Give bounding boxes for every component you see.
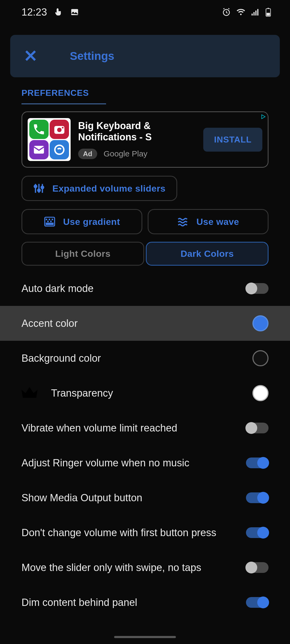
signal-icon: [251, 8, 260, 17]
tabs: PREFERENCES: [21, 88, 269, 104]
pref-transparency[interactable]: Transparency: [0, 376, 290, 411]
pref-background-label: Background color: [21, 353, 101, 364]
battery-icon: [265, 8, 271, 17]
svg-point-11: [57, 128, 62, 132]
svg-rect-22: [47, 221, 49, 222]
pref-accent-color[interactable]: Accent color: [0, 306, 290, 341]
page-title: Settings: [70, 50, 114, 63]
header-card: ✕ Settings: [10, 35, 280, 77]
image-icon: [70, 8, 79, 17]
crown-icon: [21, 387, 38, 399]
pref-adjust-ringer-label: Adjust Ringer volume when no music: [21, 457, 189, 469]
ad-info-icon[interactable]: [259, 112, 268, 121]
install-button[interactable]: INSTALL: [203, 128, 262, 152]
switch-show-media[interactable]: [246, 492, 269, 503]
svg-point-17: [41, 186, 44, 189]
expanded-sliders-label: Expanded volume sliders: [52, 183, 166, 194]
pref-swipe-only-label: Move the slider only with swipe, no taps: [21, 562, 201, 573]
pref-vibrate-label: Vibrate when volume limit reached: [21, 422, 177, 434]
ad-banner[interactable]: Big Keyboard & Notifications - S Ad Goog…: [21, 111, 269, 168]
pref-dim-content[interactable]: Dim content behind panel: [0, 585, 290, 620]
ad-title: Big Keyboard & Notifications - S: [78, 120, 196, 143]
use-gradient-label: Use gradient: [63, 217, 120, 227]
wave-icon: [177, 216, 189, 228]
seg-light-colors[interactable]: Light Colors: [21, 242, 144, 266]
svg-rect-4: [255, 10, 256, 15]
svg-point-15: [34, 185, 37, 188]
svg-point-12: [62, 127, 63, 129]
svg-rect-5: [257, 9, 258, 16]
svg-rect-8: [267, 13, 270, 16]
svg-point-14: [55, 145, 64, 154]
svg-rect-23: [50, 221, 52, 222]
svg-point-16: [38, 189, 40, 192]
svg-rect-21: [52, 219, 53, 220]
color-mode-segment: Light Colors Dark Colors: [21, 242, 269, 266]
background-color-swatch[interactable]: [252, 350, 269, 366]
status-bar: 12:23: [0, 0, 290, 24]
svg-rect-20: [49, 219, 50, 220]
alarm-icon: [222, 8, 231, 17]
pref-auto-dark-label: Auto dark mode: [21, 283, 93, 294]
pref-auto-dark[interactable]: Auto dark mode: [0, 271, 290, 306]
svg-rect-3: [253, 12, 255, 16]
close-icon[interactable]: ✕: [24, 48, 38, 64]
switch-swipe-only[interactable]: [246, 562, 269, 573]
touch-icon: [54, 8, 63, 17]
switch-dim-content[interactable]: [246, 597, 269, 608]
ad-badge: Ad: [78, 149, 97, 159]
accent-color-swatch[interactable]: [252, 315, 269, 331]
clock: 12:23: [21, 6, 47, 18]
tab-preferences[interactable]: PREFERENCES: [21, 88, 106, 104]
pref-adjust-ringer[interactable]: Adjust Ringer volume when no music: [0, 445, 290, 480]
use-wave-button[interactable]: Use wave: [148, 209, 269, 234]
use-gradient-button[interactable]: Use gradient: [21, 209, 142, 234]
svg-rect-7: [267, 8, 269, 9]
pref-vibrate-limit[interactable]: Vibrate when volume limit reached: [0, 411, 290, 445]
use-wave-label: Use wave: [197, 217, 239, 227]
svg-rect-2: [252, 14, 253, 16]
pref-transparency-label: Transparency: [51, 387, 113, 399]
wifi-icon: [236, 8, 245, 17]
ad-app-icon: [28, 118, 71, 161]
pref-show-media-label: Show Media Output button: [21, 492, 142, 504]
sliders-icon: [33, 182, 45, 194]
seg-dark-colors[interactable]: Dark Colors: [146, 242, 269, 266]
ad-source: Google Play: [104, 149, 147, 158]
nav-handle[interactable]: [114, 636, 176, 638]
pref-accent-label: Accent color: [21, 318, 78, 329]
expanded-sliders-button[interactable]: Expanded volume sliders: [21, 176, 177, 201]
pref-no-change-first[interactable]: Don't change volume with first button pr…: [0, 515, 290, 550]
pref-background-color[interactable]: Background color: [0, 341, 290, 376]
switch-no-change-first[interactable]: [246, 527, 269, 538]
pref-swipe-only[interactable]: Move the slider only with swipe, no taps: [0, 550, 290, 585]
switch-vibrate-limit[interactable]: [246, 423, 269, 433]
svg-rect-24: [46, 223, 53, 225]
switch-adjust-ringer[interactable]: [246, 458, 269, 468]
pref-no-change-first-label: Don't change volume with first button pr…: [21, 527, 216, 539]
switch-auto-dark[interactable]: [246, 283, 269, 294]
svg-rect-19: [46, 219, 47, 220]
pref-show-media[interactable]: Show Media Output button: [0, 480, 290, 515]
gradient-icon: [44, 216, 56, 228]
transparency-swatch[interactable]: [252, 385, 269, 401]
pref-dim-content-label: Dim content behind panel: [21, 597, 137, 608]
svg-marker-9: [262, 115, 265, 119]
